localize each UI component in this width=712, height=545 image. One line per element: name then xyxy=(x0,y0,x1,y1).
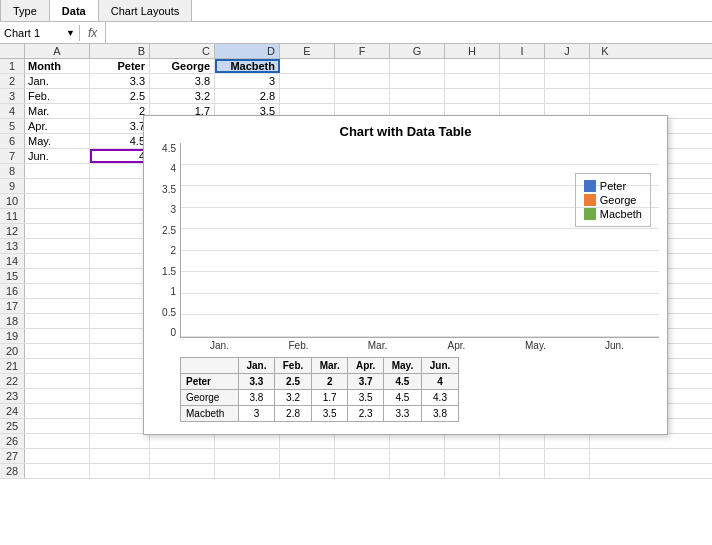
cell-i27[interactable] xyxy=(500,449,545,463)
cell-i3[interactable] xyxy=(500,89,545,103)
cell-f1[interactable] xyxy=(335,59,390,73)
cell-a16[interactable] xyxy=(25,284,90,298)
cell-a26[interactable] xyxy=(25,434,90,448)
col-header-c[interactable]: C xyxy=(150,44,215,58)
cell-b4[interactable]: 2 xyxy=(90,104,150,118)
col-header-e[interactable]: E xyxy=(280,44,335,58)
cell-f3[interactable] xyxy=(335,89,390,103)
cell-f27[interactable] xyxy=(335,449,390,463)
cell-h26[interactable] xyxy=(445,434,500,448)
cell-b28[interactable] xyxy=(90,464,150,478)
cell-b1[interactable]: Peter xyxy=(90,59,150,73)
formula-input[interactable] xyxy=(106,31,712,35)
cell-b25[interactable] xyxy=(90,419,150,433)
cell-b11[interactable] xyxy=(90,209,150,223)
cell-i28[interactable] xyxy=(500,464,545,478)
name-box[interactable]: Chart 1 ▼ xyxy=(0,25,80,41)
cell-j1[interactable] xyxy=(545,59,590,73)
cell-a13[interactable] xyxy=(25,239,90,253)
cell-a17[interactable] xyxy=(25,299,90,313)
cell-b2[interactable]: 3.3 xyxy=(90,74,150,88)
cell-b27[interactable] xyxy=(90,449,150,463)
col-header-a[interactable]: A xyxy=(25,44,90,58)
cell-c1[interactable]: George xyxy=(150,59,215,73)
cell-b20[interactable] xyxy=(90,344,150,358)
cell-e1[interactable] xyxy=(280,59,335,73)
cell-k28[interactable] xyxy=(590,464,620,478)
cell-d26[interactable] xyxy=(215,434,280,448)
cell-a2[interactable]: Jan. xyxy=(25,74,90,88)
cell-g3[interactable] xyxy=(390,89,445,103)
cell-j2[interactable] xyxy=(545,74,590,88)
cell-k26[interactable] xyxy=(590,434,620,448)
cell-a24[interactable] xyxy=(25,404,90,418)
cell-b14[interactable] xyxy=(90,254,150,268)
cell-a6[interactable]: May. xyxy=(25,134,90,148)
cell-f26[interactable] xyxy=(335,434,390,448)
cell-a22[interactable] xyxy=(25,374,90,388)
cell-a9[interactable] xyxy=(25,179,90,193)
cell-a1[interactable]: Month xyxy=(25,59,90,73)
cell-b17[interactable] xyxy=(90,299,150,313)
cell-c2[interactable]: 3.8 xyxy=(150,74,215,88)
cell-g28[interactable] xyxy=(390,464,445,478)
cell-d27[interactable] xyxy=(215,449,280,463)
cell-c28[interactable] xyxy=(150,464,215,478)
cell-g2[interactable] xyxy=(390,74,445,88)
col-header-j[interactable]: J xyxy=(545,44,590,58)
cell-a11[interactable] xyxy=(25,209,90,223)
cell-a8[interactable] xyxy=(25,164,90,178)
cell-a20[interactable] xyxy=(25,344,90,358)
cell-d2[interactable]: 3 xyxy=(215,74,280,88)
cell-f2[interactable] xyxy=(335,74,390,88)
cell-a12[interactable] xyxy=(25,224,90,238)
cell-d1[interactable]: Macbeth xyxy=(215,59,280,73)
cell-d28[interactable] xyxy=(215,464,280,478)
col-header-h[interactable]: H xyxy=(445,44,500,58)
dropdown-arrow-icon[interactable]: ▼ xyxy=(66,28,75,38)
cell-j3[interactable] xyxy=(545,89,590,103)
cell-b8[interactable] xyxy=(90,164,150,178)
cell-e2[interactable] xyxy=(280,74,335,88)
cell-i1[interactable] xyxy=(500,59,545,73)
cell-e26[interactable] xyxy=(280,434,335,448)
cell-a4[interactable]: Mar. xyxy=(25,104,90,118)
cell-i26[interactable] xyxy=(500,434,545,448)
cell-k3[interactable] xyxy=(590,89,620,103)
cell-a19[interactable] xyxy=(25,329,90,343)
cell-b23[interactable] xyxy=(90,389,150,403)
cell-b21[interactable] xyxy=(90,359,150,373)
cell-b22[interactable] xyxy=(90,374,150,388)
cell-b3[interactable]: 2.5 xyxy=(90,89,150,103)
cell-a18[interactable] xyxy=(25,314,90,328)
cell-b13[interactable] xyxy=(90,239,150,253)
cell-g1[interactable] xyxy=(390,59,445,73)
cell-b19[interactable] xyxy=(90,329,150,343)
cell-a14[interactable] xyxy=(25,254,90,268)
cell-a10[interactable] xyxy=(25,194,90,208)
cell-b9[interactable] xyxy=(90,179,150,193)
cell-g27[interactable] xyxy=(390,449,445,463)
cell-b6[interactable]: 4.5 xyxy=(90,134,150,148)
tab-data[interactable]: Data xyxy=(50,0,99,21)
tab-type[interactable]: Type xyxy=(0,0,50,21)
cell-b24[interactable] xyxy=(90,404,150,418)
cell-k1[interactable] xyxy=(590,59,620,73)
cell-b26[interactable] xyxy=(90,434,150,448)
cell-g26[interactable] xyxy=(390,434,445,448)
cell-h27[interactable] xyxy=(445,449,500,463)
cell-j26[interactable] xyxy=(545,434,590,448)
cell-e3[interactable] xyxy=(280,89,335,103)
cell-h3[interactable] xyxy=(445,89,500,103)
cell-j27[interactable] xyxy=(545,449,590,463)
cell-a25[interactable] xyxy=(25,419,90,433)
cell-d3[interactable]: 2.8 xyxy=(215,89,280,103)
cell-k27[interactable] xyxy=(590,449,620,463)
cell-b16[interactable] xyxy=(90,284,150,298)
col-header-g[interactable]: G xyxy=(390,44,445,58)
cell-a21[interactable] xyxy=(25,359,90,373)
cell-j28[interactable] xyxy=(545,464,590,478)
cell-k2[interactable] xyxy=(590,74,620,88)
cell-a23[interactable] xyxy=(25,389,90,403)
cell-h2[interactable] xyxy=(445,74,500,88)
